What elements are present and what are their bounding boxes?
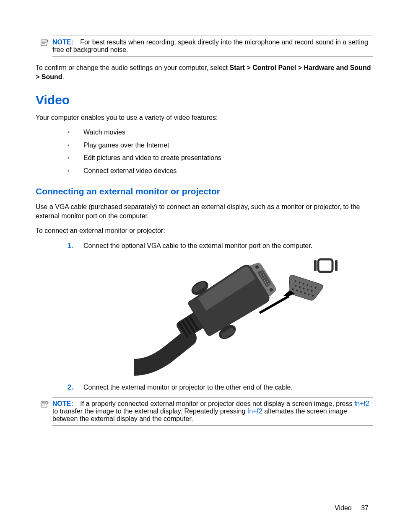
step-text: Connect the external monitor or projecto… [83, 384, 293, 391]
step-text: Connect the optional VGA cable to the ex… [83, 242, 312, 249]
paragraph-video-intro: Your computer enables you to use a varie… [36, 113, 373, 122]
svg-rect-6 [335, 260, 338, 271]
paragraph-connect-intro: To connect an external monitor or projec… [36, 226, 373, 235]
para1-pre: To confirm or change the audio settings … [36, 64, 229, 71]
note-label: NOTE: [52, 400, 73, 407]
heading-connecting-external: Connecting an external monitor or projec… [36, 186, 373, 196]
note-block-1: NOTE: For best results when recording, s… [52, 36, 373, 57]
step-1: 1. Connect the optional VGA cable to the… [68, 241, 373, 378]
step-number: 2. [68, 383, 73, 392]
page-footer: Video 37 [335, 504, 369, 512]
paragraph-vga-cable: Use a VGA cable (purchased separately) t… [36, 202, 373, 220]
note-text-1: For best results when recording, speak d… [52, 39, 368, 53]
step-2: 2. Connect the external monitor or proje… [68, 383, 373, 392]
footer-page-number: 37 [361, 504, 369, 511]
note-label: NOTE: [52, 39, 73, 46]
svg-rect-49 [41, 401, 47, 407]
para1-post: . [62, 73, 64, 80]
list-item: Play games over the Internet [68, 141, 373, 150]
note2-seg1: If a properly connected external monitor… [80, 400, 354, 407]
heading-video: Video [36, 93, 373, 107]
key-fnf2-2: fn+f2 [247, 408, 262, 415]
note-block-2: NOTE: If a properly connected external m… [52, 397, 373, 426]
vga-cable-figure [134, 254, 352, 378]
list-item: Edit pictures and video to create presen… [68, 154, 373, 163]
svg-rect-5 [318, 259, 332, 272]
list-item: Watch movies [68, 128, 373, 137]
step-number: 1. [68, 241, 73, 251]
paragraph-audio-settings: To confirm or change the audio settings … [36, 63, 373, 81]
svg-rect-0 [41, 40, 47, 46]
footer-section: Video [335, 504, 352, 511]
steps-list: 1. Connect the optional VGA cable to the… [68, 241, 373, 392]
note2-seg2: to transfer the image to the external di… [52, 408, 247, 415]
note-icon [41, 39, 49, 46]
list-item: Connect external video devices [68, 167, 373, 176]
svg-rect-4 [314, 260, 317, 271]
key-fnf2-1: fn+f2 [354, 400, 369, 407]
video-feature-list: Watch movies Play games over the Interne… [68, 128, 373, 176]
note-icon [41, 400, 49, 408]
